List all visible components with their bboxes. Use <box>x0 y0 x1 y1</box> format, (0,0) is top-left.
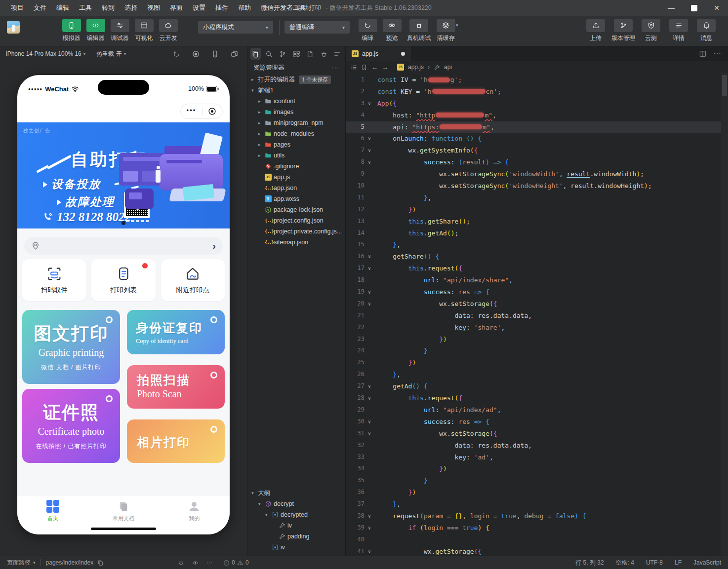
outline-item-decrypt[interactable]: ▾ decrypt <box>247 498 345 509</box>
file-item-utils[interactable]: ▸ utils <box>247 150 345 161</box>
fold-arrow-icon[interactable]: ∨ <box>364 286 374 298</box>
fold-arrow-icon[interactable]: ∨ <box>364 416 374 428</box>
file-item-iconfont[interactable]: ▸ iconfont <box>247 96 345 107</box>
status-more-button[interactable]: ··· <box>206 559 212 566</box>
minimize-button[interactable]: — <box>660 0 683 16</box>
preview-eye-icon[interactable] <box>192 560 199 566</box>
user-avatar[interactable] <box>7 21 20 34</box>
refresh-icon[interactable] <box>173 50 180 58</box>
winmulti-icon[interactable] <box>231 50 238 58</box>
page-path-selector[interactable]: 页面路径▾ <box>7 559 36 567</box>
page-path-value[interactable]: pages/index/index <box>46 559 94 566</box>
file-item-miniprogram-npm[interactable]: ▸ miniprogram_npm <box>247 117 345 128</box>
tab-mine[interactable]: 我的 <box>159 500 230 522</box>
fold-arrow-icon[interactable]: ∨ <box>364 156 374 168</box>
outline-item-iv[interactable]: iv <box>247 520 345 531</box>
debug-icon[interactable] <box>178 560 184 566</box>
filedoc-icon[interactable] <box>305 48 315 60</box>
fold-arrow-icon[interactable]: ∨ <box>364 510 374 522</box>
outline-header[interactable]: ▾ 大纲 <box>247 488 345 498</box>
mode-dropdown[interactable]: 小程序模式▾ <box>198 21 273 34</box>
hot-reload-toggle[interactable]: 热重载 开 <box>96 50 121 58</box>
eol-setting[interactable]: LF <box>675 559 682 566</box>
menu-view[interactable]: 视图 <box>142 0 165 16</box>
outline-item-iv[interactable]: iv <box>247 542 345 553</box>
menu-project[interactable]: 项目 <box>6 0 29 16</box>
ad-banner[interactable]: 独之创广告 自助打印 设备投放 故障处理 132 8128 8022 <box>17 122 230 228</box>
action-upload[interactable]: 上传 <box>582 19 609 42</box>
collapse-all-icon[interactable] <box>332 48 342 60</box>
action-clear-cache[interactable]: 清缓存 <box>434 19 458 42</box>
fold-arrow-icon[interactable]: ∨ <box>364 428 374 440</box>
file-item-images[interactable]: ▸ images <box>247 107 345 117</box>
copy-path-icon[interactable] <box>97 560 104 566</box>
file-item-project-config-json[interactable]: {..} project.config.json <box>247 215 345 226</box>
file-item-project-private-config-js-[interactable]: {..} project.private.config.js... <box>247 226 345 237</box>
close-capsule-button[interactable] <box>208 107 216 115</box>
file-item-app-js[interactable]: JS app.js <box>247 172 345 183</box>
panel-toggle-debugger[interactable]: 调试器 <box>108 19 132 42</box>
menu-settings[interactable]: 设置 <box>188 0 210 16</box>
menu-interface[interactable]: 界面 <box>165 0 188 16</box>
kettle-icon[interactable] <box>319 48 329 60</box>
phone-icon[interactable] <box>211 50 219 58</box>
indent-setting[interactable]: 空格: 4 <box>616 559 634 567</box>
action-messages[interactable]: 消息 <box>692 19 720 42</box>
nav-back-icon[interactable]: ← <box>371 64 378 71</box>
extensions-icon[interactable] <box>291 48 302 60</box>
open-editors-row[interactable]: ▸ 打开的编辑器 1 个未保存 <box>247 74 345 85</box>
files-icon[interactable] <box>250 48 261 60</box>
fold-arrow-icon[interactable]: ∨ <box>364 263 374 274</box>
menu-edit[interactable]: 编辑 <box>51 0 74 16</box>
card-photo-print[interactable]: 相片打印 <box>127 419 225 463</box>
fold-arrow-icon[interactable]: ∨ <box>364 380 374 392</box>
breadcrumb-symbol[interactable]: api <box>444 64 452 71</box>
language-mode[interactable]: JavaScript <box>693 559 721 566</box>
search-icon[interactable] <box>264 48 275 60</box>
branch-icon[interactable] <box>278 48 288 60</box>
file-item-app-wxss[interactable]: S app.wxss <box>247 193 345 204</box>
outline-list-icon[interactable] <box>351 64 357 71</box>
panel-toggle-visualizer[interactable]: 可视化 <box>132 19 156 42</box>
card-photo-scan[interactable]: 拍照扫描 Photo Scan <box>127 365 225 409</box>
menu-help[interactable]: 帮助 <box>233 0 256 16</box>
menu-select[interactable]: 选择 <box>120 0 142 16</box>
maximize-button[interactable] <box>683 0 705 16</box>
panel-toggle-simulator[interactable]: 模拟器 <box>59 19 83 42</box>
fold-arrow-icon[interactable]: ∨ <box>364 546 374 556</box>
location-bar[interactable]: › <box>24 237 223 255</box>
action-details[interactable]: 详情 <box>665 19 692 42</box>
action-cloud-test[interactable]: 云测 <box>637 19 665 42</box>
split-editor-icon[interactable] <box>699 50 706 57</box>
stop-icon[interactable] <box>192 50 200 58</box>
file-item-app-json[interactable]: {..} app.json <box>247 183 345 193</box>
file-item-node-modules[interactable]: ▸ node_modules <box>247 128 345 139</box>
more-menu-button[interactable]: ••• <box>187 108 197 113</box>
file-item-package-lock-json[interactable]: package-lock.json <box>247 204 345 215</box>
card-graphic-printing[interactable]: 图文打印 Graphic printing 微信 文档 / 图片打印 <box>22 310 120 384</box>
project-root-row[interactable]: ▾ 前端1 <box>247 85 345 96</box>
outline-item-padding[interactable]: padding <box>247 531 345 542</box>
tab-home[interactable]: 首页 <box>17 500 88 522</box>
tab-docs[interactable]: 常用文档 <box>88 500 159 522</box>
fold-arrow-icon[interactable]: ∨ <box>364 298 374 310</box>
quick-action-scan[interactable]: 扫码取件 <box>22 259 86 301</box>
action-device-debug[interactable]: 真机调试 <box>404 19 434 42</box>
fold-arrow-icon[interactable]: ∨ <box>364 145 374 156</box>
file-item-sitemap-json[interactable]: {..} sitemap.json <box>247 237 345 248</box>
panel-toggle-editor[interactable]: 编辑器 <box>83 19 108 42</box>
menu-file[interactable]: 文件 <box>29 0 51 16</box>
editor-scrollbar[interactable] <box>721 73 728 556</box>
fold-arrow-icon[interactable]: ∨ <box>364 98 374 110</box>
quick-action-home[interactable]: 附近打印点 <box>161 259 225 301</box>
code-editor[interactable]: 1const IV = 'hg';2const KEY = 'hcn';3∨Ap… <box>346 73 728 556</box>
fold-arrow-icon[interactable]: ∨ <box>364 133 374 145</box>
file-item-pages[interactable]: ▸ pages <box>247 139 345 150</box>
editor-more-button[interactable]: ··· <box>713 49 721 58</box>
device-selector[interactable]: iPhone 14 Pro Max 100% 16 <box>6 50 81 57</box>
file-item--gitignore[interactable]: .gitignore <box>247 161 345 172</box>
tab-app-js[interactable]: JS app.js <box>346 46 411 61</box>
panel-toggle-cloud-dev[interactable]: 云开发 <box>156 19 180 42</box>
quick-action-list[interactable]: 打印列表 <box>91 259 155 301</box>
nav-forward-icon[interactable]: → <box>382 64 388 71</box>
